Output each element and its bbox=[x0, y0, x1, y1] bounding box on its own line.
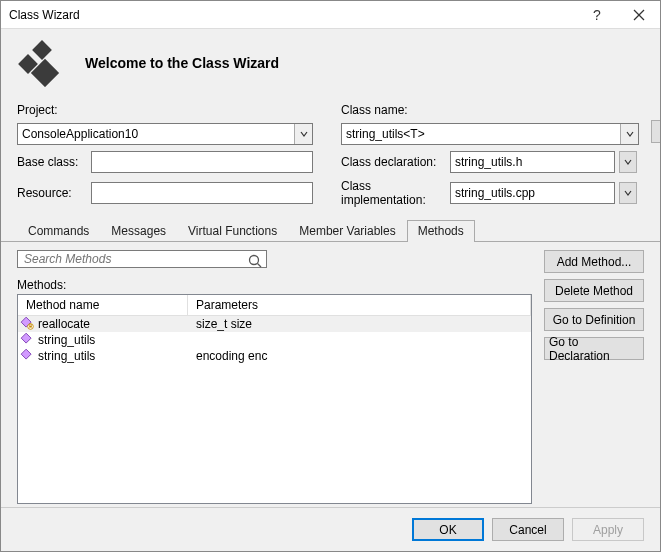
cancel-button[interactable]: Cancel bbox=[492, 518, 564, 541]
class-name-label: Class name: bbox=[341, 103, 446, 117]
column-parameters[interactable]: Parameters bbox=[188, 295, 531, 315]
tab-methods[interactable]: Methods bbox=[407, 220, 475, 242]
search-field[interactable] bbox=[22, 251, 262, 267]
search-methods-input[interactable] bbox=[17, 250, 267, 268]
chevron-down-icon bbox=[624, 158, 632, 166]
resource-field[interactable] bbox=[91, 182, 313, 204]
project-combo[interactable]: ConsoleApplication10 bbox=[17, 123, 313, 145]
method-params: encoding enc bbox=[188, 349, 531, 363]
class-implementation-field[interactable]: string_utils.cpp bbox=[450, 182, 615, 204]
title-bar: Class Wizard ? bbox=[1, 1, 660, 29]
class-implementation-dropdown[interactable] bbox=[619, 182, 637, 204]
method-name: string_utils bbox=[38, 349, 95, 363]
project-label: Project: bbox=[17, 103, 87, 117]
methods-section-label: Methods: bbox=[17, 278, 532, 292]
method-name: reallocate bbox=[38, 317, 90, 331]
wizard-logo-icon bbox=[17, 39, 65, 87]
method-name: string_utils bbox=[38, 333, 95, 347]
ok-button[interactable]: OK bbox=[412, 518, 484, 541]
methods-panel: Methods: Method name Parameters realloca… bbox=[1, 242, 660, 507]
add-class-button[interactable]: Add Class... bbox=[651, 120, 661, 143]
go-to-declaration-button[interactable]: Go to Declaration bbox=[544, 337, 644, 360]
table-row[interactable]: string_utils bbox=[18, 332, 531, 348]
table-row[interactable]: reallocatesize_t size bbox=[18, 316, 531, 332]
class-name-value: string_utils<T> bbox=[346, 127, 425, 141]
help-button[interactable]: ? bbox=[576, 1, 618, 29]
go-to-definition-button[interactable]: Go to Definition bbox=[544, 308, 644, 331]
method-icon bbox=[20, 332, 34, 349]
methods-table: Method name Parameters reallocatesize_t … bbox=[17, 294, 532, 504]
table-header: Method name Parameters bbox=[18, 295, 531, 316]
tab-bar: Commands Messages Virtual Functions Memb… bbox=[1, 211, 660, 242]
column-method-name[interactable]: Method name bbox=[18, 295, 188, 315]
class-declaration-value: string_utils.h bbox=[455, 155, 522, 169]
class-implementation-value: string_utils.cpp bbox=[455, 186, 535, 200]
resource-label: Resource: bbox=[17, 186, 87, 200]
table-body: reallocatesize_t sizestring_utilsstring_… bbox=[18, 316, 531, 503]
class-name-combo[interactable]: string_utils<T> bbox=[341, 123, 639, 145]
dialog-footer: OK Cancel Apply bbox=[1, 507, 660, 551]
wizard-header: Welcome to the Class Wizard bbox=[1, 29, 660, 103]
methods-actions: Add Method... Delete Method Go to Defini… bbox=[544, 250, 644, 499]
svg-rect-2 bbox=[32, 40, 52, 60]
chevron-down-icon bbox=[294, 124, 312, 144]
chevron-down-icon bbox=[620, 124, 638, 144]
class-declaration-label: Class declaration: bbox=[341, 155, 446, 169]
class-declaration-field[interactable]: string_utils.h bbox=[450, 151, 615, 173]
svg-rect-9 bbox=[29, 325, 32, 327]
table-row[interactable]: string_utilsencoding enc bbox=[18, 348, 531, 364]
method-icon bbox=[20, 316, 34, 333]
search-icon bbox=[247, 253, 263, 272]
svg-rect-10 bbox=[21, 333, 31, 343]
class-implementation-label: Class implementation: bbox=[341, 179, 446, 207]
base-class-field[interactable] bbox=[91, 151, 313, 173]
method-icon bbox=[20, 348, 34, 365]
class-declaration-dropdown[interactable] bbox=[619, 151, 637, 173]
form-area: Project: Class name: ConsoleApplication1… bbox=[1, 103, 660, 211]
tab-member-variables[interactable]: Member Variables bbox=[288, 220, 406, 242]
tab-commands[interactable]: Commands bbox=[17, 220, 100, 242]
window-title: Class Wizard bbox=[9, 8, 576, 22]
close-button[interactable] bbox=[618, 1, 660, 29]
tab-virtual-functions[interactable]: Virtual Functions bbox=[177, 220, 288, 242]
method-params: size_t size bbox=[188, 317, 531, 331]
wizard-title: Welcome to the Class Wizard bbox=[85, 55, 279, 71]
apply-button: Apply bbox=[572, 518, 644, 541]
project-value: ConsoleApplication10 bbox=[22, 127, 138, 141]
svg-point-5 bbox=[250, 256, 259, 265]
add-method-button[interactable]: Add Method... bbox=[544, 250, 644, 273]
svg-line-6 bbox=[258, 264, 262, 268]
delete-method-button[interactable]: Delete Method bbox=[544, 279, 644, 302]
svg-rect-11 bbox=[21, 349, 31, 359]
tab-messages[interactable]: Messages bbox=[100, 220, 177, 242]
chevron-down-icon bbox=[624, 189, 632, 197]
close-icon bbox=[633, 9, 645, 21]
base-class-label: Base class: bbox=[17, 155, 87, 169]
